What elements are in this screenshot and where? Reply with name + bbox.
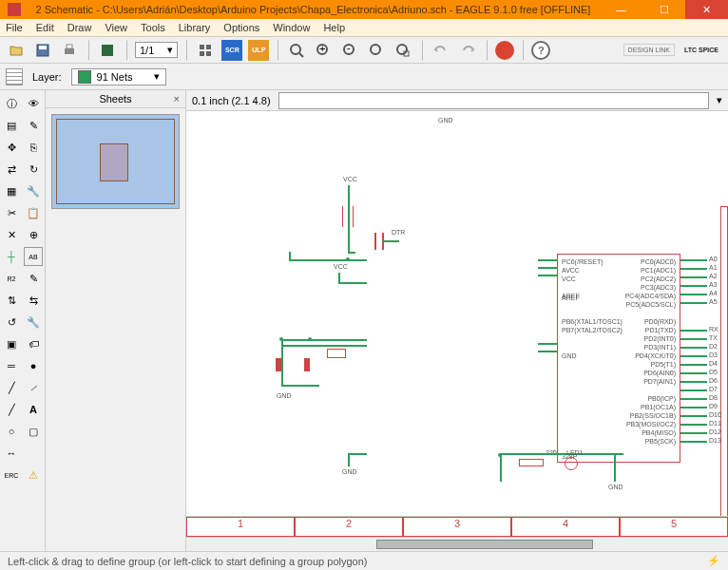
menu-tools[interactable]: Tools — [141, 22, 165, 33]
mark-tool[interactable]: ✎ — [24, 116, 43, 135]
zoom-fit-button[interactable] — [286, 40, 307, 61]
help-button[interactable]: ? — [531, 41, 550, 60]
zoom-select-button[interactable] — [393, 40, 413, 61]
wire — [680, 302, 707, 304]
wire — [680, 259, 707, 261]
grid-button[interactable] — [6, 68, 23, 86]
net-tool[interactable]: ┼ — [2, 247, 21, 266]
invoke-tool[interactable]: ▣ — [2, 334, 21, 353]
show-tool[interactable]: 👁 — [24, 94, 43, 113]
change-tool[interactable]: 🔧 — [24, 181, 43, 200]
pin-left: AVCC — [562, 267, 580, 274]
pinswap-tool[interactable]: ⇅ — [2, 291, 21, 310]
pin-left: PC6(/RESET) — [562, 258, 603, 265]
scr-button[interactable]: SCR — [221, 40, 242, 61]
gateswap-tool[interactable]: ⇆ — [24, 291, 43, 310]
miter-tool[interactable]: ⟋ — [24, 378, 43, 397]
menu-help[interactable]: Help — [323, 22, 345, 33]
menu-edit[interactable]: Edit — [36, 22, 54, 33]
net-label: D13 — [709, 437, 721, 444]
layer-select[interactable]: 91 Nets ▾ — [71, 68, 166, 86]
info-tool[interactable]: ⓘ — [2, 94, 21, 113]
wire — [680, 432, 707, 434]
cap-c8 — [374, 233, 376, 250]
sheets-icon[interactable] — [195, 40, 216, 61]
svg-text:-: - — [347, 43, 351, 53]
value-tool[interactable]: R2 — [2, 269, 21, 288]
canvas-wrap: 0.1 inch (2.1 4.8) ▾ GND VCC DTR 328P AR… — [186, 90, 728, 551]
scrollbar-thumb[interactable] — [376, 540, 593, 549]
save-button[interactable] — [32, 40, 53, 61]
undo-button[interactable] — [431, 40, 451, 61]
pin-right: PD1(TXD) — [645, 327, 676, 333]
sheet-thumbnail[interactable] — [51, 114, 180, 209]
ltspice-button[interactable]: LTC SPICE — [680, 45, 722, 55]
menu-file[interactable]: File — [6, 22, 23, 33]
minimize-button[interactable]: — — [600, 0, 642, 19]
crystal — [327, 349, 346, 358]
pin-right: PC2(ADC2) — [641, 276, 676, 282]
layer-tool[interactable]: ▤ — [2, 116, 21, 135]
schematic-canvas[interactable]: GND VCC DTR 328P AREF PC6(/RESET)AVCCVCC… — [186, 111, 728, 516]
wire — [680, 364, 707, 366]
errors-tool[interactable]: ⚠ — [24, 466, 43, 484]
wire-tool[interactable]: ╱ — [2, 400, 21, 419]
wrench-tool[interactable]: 🔧 — [24, 313, 43, 332]
design-link-button[interactable]: DESIGN LINK — [623, 44, 675, 56]
command-input[interactable] — [278, 92, 709, 109]
sheets-close-icon[interactable]: × — [174, 93, 180, 104]
rect-tool[interactable]: ▢ — [24, 422, 43, 441]
pin-left: GND — [562, 352, 577, 359]
scrollbar-h[interactable] — [186, 537, 728, 551]
ulp-button[interactable]: ULP — [248, 40, 269, 61]
menu-view[interactable]: View — [105, 22, 127, 33]
menu-options[interactable]: Options — [223, 22, 259, 33]
menu-draw[interactable]: Draw — [67, 22, 92, 33]
group-tool[interactable]: ▦ — [2, 181, 21, 200]
smash-tool[interactable]: ✎ — [24, 269, 43, 288]
maximize-button[interactable]: ☐ — [642, 0, 685, 19]
text-tool[interactable]: A — [24, 400, 43, 419]
zoom-out-button[interactable]: - — [339, 40, 360, 61]
wire — [538, 453, 557, 455]
split-tool[interactable]: ╱ — [2, 378, 21, 397]
svg-rect-2 — [65, 48, 74, 54]
close-button[interactable]: ✕ — [685, 0, 728, 19]
separator — [277, 40, 278, 61]
label-tool[interactable]: 🏷 — [24, 334, 43, 353]
circle-tool[interactable]: ○ — [2, 422, 21, 441]
erc-tool[interactable]: ERC — [2, 466, 21, 484]
name-tool[interactable]: AB — [24, 247, 43, 266]
separator — [486, 40, 488, 61]
board-button[interactable] — [97, 40, 118, 61]
gnd-label2: GND — [277, 392, 292, 399]
copy-tool[interactable]: ⎘ — [24, 138, 43, 157]
scrollbar-v[interactable] — [720, 206, 728, 516]
wire — [338, 273, 340, 282]
rotate-tool[interactable]: ↻ — [24, 160, 43, 179]
redo-button[interactable] — [457, 40, 478, 61]
junction-tool[interactable]: ● — [24, 356, 43, 375]
command-dropdown-icon[interactable]: ▾ — [717, 94, 722, 106]
open-button[interactable] — [6, 40, 27, 61]
junction — [308, 337, 312, 341]
bus-tool[interactable]: ═ — [2, 356, 21, 375]
delete-tool[interactable]: ✕ — [2, 225, 21, 244]
replace-tool[interactable]: ↺ — [2, 313, 21, 332]
pin-right: PD3(INT1) — [644, 344, 676, 351]
zoom-in-button[interactable]: + — [313, 40, 334, 61]
add-tool[interactable]: ⊕ — [24, 225, 43, 244]
toolbar: 1/1▾ SCR ULP + - ? DESIGN LINK LTC SPICE — [0, 37, 728, 64]
menu-library[interactable]: Library — [179, 22, 211, 33]
pin-left: AREF — [562, 293, 580, 299]
paste-tool[interactable]: 📋 — [24, 203, 43, 222]
zoom-redraw-button[interactable] — [366, 40, 387, 61]
cut-tool[interactable]: ✂ — [2, 203, 21, 222]
stop-button[interactable] — [495, 41, 514, 60]
menu-window[interactable]: Window — [273, 22, 310, 33]
print-button[interactable] — [59, 40, 80, 61]
mirror-tool[interactable]: ⇄ — [2, 160, 21, 179]
zoom-combo[interactable]: 1/1▾ — [135, 42, 178, 58]
move-tool[interactable]: ✥ — [2, 138, 21, 157]
dimension-tool[interactable]: ↔ — [2, 444, 21, 463]
